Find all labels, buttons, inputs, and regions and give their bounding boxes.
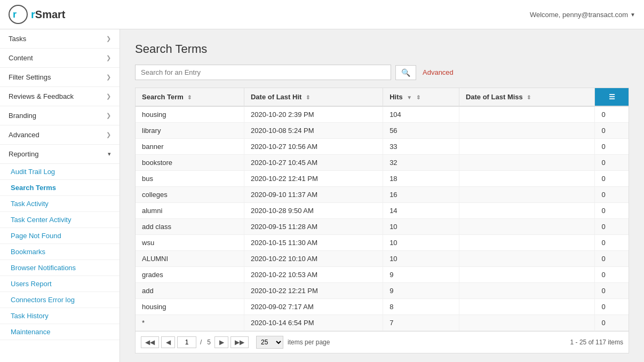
search-button[interactable]: 🔍	[395, 65, 416, 80]
table-row: library 2020-10-08 5:24 PM 56 0	[136, 123, 629, 139]
filter-icon: ⇕	[416, 95, 420, 100]
cell-date-hit: 2020-10-22 10:10 AM	[244, 251, 383, 267]
table-row: colleges 2020-09-10 11:37 AM 16 0	[136, 187, 629, 203]
table-row: bookstore 2020-10-27 10:45 AM 32 0	[136, 155, 629, 171]
cell-hits: 32	[383, 155, 459, 171]
table-row: wsu 2020-10-15 11:30 AM 10 0	[136, 235, 629, 251]
sidebar-sub-audit-trail[interactable]: Audit Trail Log	[0, 164, 120, 180]
svg-text:r: r	[13, 9, 17, 20]
sidebar-sub-browser-notifications[interactable]: Browser Notifications	[0, 260, 120, 276]
table-row: bus 2020-10-22 12:41 PM 18 0	[136, 171, 629, 187]
sidebar-sub-maintenance[interactable]: Maintenance	[0, 324, 120, 340]
cell-hits: 33	[383, 139, 459, 155]
search-input[interactable]	[135, 65, 391, 80]
top-bar: r rSmart Welcome, penny@transact.com ▼	[0, 0, 644, 29]
sidebar-item-branding[interactable]: Branding ❯	[0, 106, 120, 125]
col-search-term[interactable]: Search Term ⇕	[136, 88, 244, 106]
sort-icon: ⇕	[187, 95, 192, 100]
first-page-button[interactable]: ◀◀	[141, 336, 159, 348]
sidebar-item-advanced[interactable]: Advanced ❯	[0, 125, 120, 145]
chevron-right-icon: ❯	[106, 35, 111, 42]
col-date-miss[interactable]: Date of Last Miss ⇕	[459, 88, 595, 106]
cell-term: add	[136, 283, 244, 299]
prev-page-button[interactable]: ◀	[161, 336, 175, 348]
cell-date-miss	[459, 283, 595, 299]
table-row: housing 2020-10-20 2:39 PM 104 0	[136, 106, 629, 123]
cell-hits: 9	[383, 267, 459, 283]
sidebar-item-reporting[interactable]: Reporting ▾	[0, 145, 120, 164]
sidebar-sub-users-report[interactable]: Users Report	[0, 276, 120, 292]
advanced-link[interactable]: Advanced	[423, 68, 454, 76]
cell-misses: 0	[595, 187, 629, 203]
sidebar-sub-bookmarks[interactable]: Bookmarks	[0, 244, 120, 260]
cell-hits: 9	[383, 283, 459, 299]
items-info: 1 - 25 of 117 items	[570, 339, 623, 346]
cell-term: library	[136, 123, 244, 139]
cell-misses: 0	[595, 235, 629, 251]
chevron-right-icon: ❯	[106, 131, 111, 138]
table-row: banner 2020-10-27 10:56 AM 33 0	[136, 139, 629, 155]
sidebar-item-reviews[interactable]: Reviews & Feedback ❯	[0, 87, 120, 106]
cell-term: grades	[136, 267, 244, 283]
search-bar: 🔍 Advanced	[135, 65, 629, 80]
sidebar-item-filter-settings[interactable]: Filter Settings ❯	[0, 68, 120, 87]
cell-misses: 0	[595, 251, 629, 267]
cell-date-hit: 2020-10-20 2:39 PM	[244, 106, 383, 123]
sidebar: Tasks ❯ Content ❯ Filter Settings ❯ Revi…	[0, 29, 120, 362]
col-date-hit[interactable]: Date of Last Hit ⇕	[244, 88, 383, 106]
cell-date-miss	[459, 139, 595, 155]
page-title: Search Terms	[135, 42, 629, 56]
sidebar-item-reviews-label: Reviews & Feedback	[9, 92, 74, 100]
cell-misses: 0	[595, 267, 629, 283]
cell-date-miss	[459, 155, 595, 171]
sidebar-sub-page-not-found[interactable]: Page Not Found	[0, 228, 120, 244]
cell-misses: 0	[595, 283, 629, 299]
logo-text: rSmart	[31, 9, 66, 21]
chevron-right-icon: ❯	[106, 93, 111, 100]
table-row: alumni 2020-10-28 9:50 AM 14 0	[136, 203, 629, 219]
table-row: * 2020-10-14 6:54 PM 7 0	[136, 315, 629, 331]
cell-date-hit: 2020-10-22 12:21 PM	[244, 283, 383, 299]
cell-hits: 18	[383, 171, 459, 187]
last-page-button[interactable]: ▶▶	[230, 336, 249, 348]
sidebar-item-content[interactable]: Content ❯	[0, 49, 120, 68]
next-page-button[interactable]: ▶	[214, 336, 228, 348]
cell-term: colleges	[136, 187, 244, 203]
sort-icon: ⇕	[306, 95, 310, 100]
sidebar-item-branding-label: Branding	[9, 112, 36, 120]
cell-term: housing	[136, 106, 244, 123]
cell-term: alumni	[136, 203, 244, 219]
sidebar-item-filter-label: Filter Settings	[9, 73, 51, 81]
cell-date-hit: 2020-09-15 11:28 AM	[244, 219, 383, 235]
table-scroll[interactable]: Search Term ⇕ Date of Last Hit ⇕ Hits ▼ …	[136, 88, 629, 331]
chevron-right-icon: ❯	[106, 74, 111, 81]
col-misses[interactable]: ☰	[595, 88, 629, 106]
sidebar-sub-task-activity[interactable]: Task Activity	[0, 196, 120, 212]
col-hits[interactable]: Hits ▼ ⇕	[383, 88, 459, 106]
sort-asc-icon: ▼	[407, 95, 412, 100]
user-caret-icon: ▼	[630, 12, 635, 18]
sidebar-sub-search-terms[interactable]: Search Terms	[0, 180, 120, 196]
sidebar-item-tasks[interactable]: Tasks ❯	[0, 29, 120, 49]
main-layout: Tasks ❯ Content ❯ Filter Settings ❯ Revi…	[0, 29, 644, 362]
items-per-page-select[interactable]: 25 10 50 100	[256, 336, 283, 349]
welcome-text: Welcome, penny@transact.com	[530, 11, 628, 19]
cell-hits: 10	[383, 219, 459, 235]
sidebar-item-content-label: Content	[9, 54, 33, 62]
cell-date-miss	[459, 171, 595, 187]
items-per-page-label: items per page	[288, 339, 330, 346]
pagination-bar: ◀◀ ◀ / 5 ▶ ▶▶ 25 10 50 100 items per pag…	[136, 331, 629, 353]
sidebar-sub-connectors-error[interactable]: Connectors Error log	[0, 292, 120, 308]
sidebar-sub-task-history[interactable]: Task History	[0, 308, 120, 324]
cell-date-hit: 2020-09-10 11:37 AM	[244, 187, 383, 203]
sidebar-item-tasks-label: Tasks	[9, 35, 26, 43]
user-menu[interactable]: Welcome, penny@transact.com ▼	[530, 11, 635, 19]
search-icon: 🔍	[401, 68, 410, 77]
cell-hits: 56	[383, 123, 459, 139]
cell-date-miss	[459, 251, 595, 267]
reporting-label: Reporting	[9, 150, 38, 158]
page-number-input[interactable]	[177, 336, 196, 348]
cell-misses: 0	[595, 203, 629, 219]
cell-date-miss	[459, 187, 595, 203]
sidebar-sub-task-center[interactable]: Task Center Activity	[0, 212, 120, 228]
